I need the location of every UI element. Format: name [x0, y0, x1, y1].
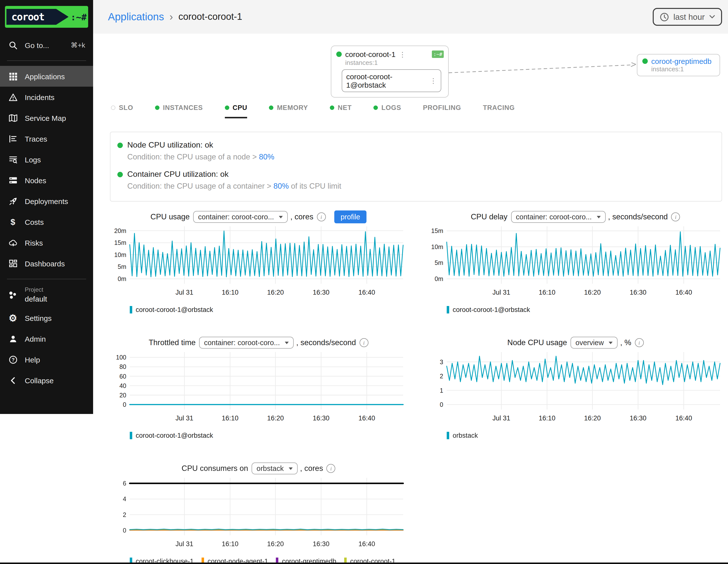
svg-text:20m: 20m — [114, 227, 126, 234]
legend-item[interactable]: coroot-coroot-1@orbstack — [447, 306, 530, 313]
svg-text:16:30: 16:30 — [313, 540, 330, 548]
caret-down-icon — [609, 341, 613, 344]
caret-down-icon — [285, 341, 289, 344]
info-icon[interactable]: i — [360, 338, 368, 347]
svg-text:16:10: 16:10 — [222, 289, 238, 296]
sidebar-item-label: Settings — [25, 314, 52, 322]
series-coroot-coroot-1@orbstack — [130, 231, 403, 277]
app-card-coroot-greptimedb[interactable]: coroot-greptimedb instances:1 — [637, 54, 720, 76]
sidebar-item-label: Traces — [25, 134, 47, 143]
tab-profiling[interactable]: PROFILING — [423, 104, 461, 118]
legend-item[interactable]: coroot-coroot-1@orbstack — [130, 432, 213, 439]
sidebar-item-label: Logs — [25, 155, 41, 164]
collapse-icon — [8, 376, 18, 385]
sidebar-item-help[interactable]: ?Help — [0, 349, 93, 370]
tab-status-dot — [330, 105, 334, 110]
threshold-link[interactable]: 80% — [273, 182, 289, 190]
svg-text:100: 100 — [116, 354, 126, 361]
legend-item[interactable]: orbstack — [447, 432, 478, 439]
tab-net[interactable]: NET — [330, 104, 352, 118]
kebab-menu-icon[interactable]: ⋮ — [399, 51, 406, 58]
sidebar-item-traces[interactable]: Traces — [0, 128, 93, 149]
tab-slo[interactable]: SLO — [111, 104, 133, 118]
cpu-delay-selector[interactable]: container: coroot-coro... — [511, 211, 605, 223]
sidebar-item-project[interactable]: Project default — [0, 284, 93, 308]
sidebar-item-collapse[interactable]: Collapse — [0, 370, 93, 391]
tab-memory[interactable]: MEMORY — [269, 104, 308, 118]
svg-text:0m: 0m — [118, 275, 126, 282]
info-icon[interactable]: i — [327, 464, 336, 473]
threshold-link[interactable]: 80% — [259, 153, 274, 161]
sidebar-item-applications[interactable]: Applications — [0, 66, 93, 87]
info-icon[interactable]: i — [635, 338, 644, 347]
info-icon[interactable]: i — [671, 212, 680, 221]
cpu-delay-title-row: CPU delaycontainer: coroot-coro..., seco… — [427, 209, 724, 224]
svg-text:10m: 10m — [431, 243, 443, 250]
upstream-name-link[interactable]: coroot-greptimedb — [651, 57, 711, 65]
page: coroot :~# Go to... ⌘+k ApplicationsInci… — [0, 0, 728, 564]
page-bottom-border — [0, 563, 728, 564]
sidebar-item-settings[interactable]: ⚙Settings — [0, 308, 93, 328]
svg-text:16:10: 16:10 — [539, 289, 555, 296]
svg-text:16:30: 16:30 — [313, 289, 330, 296]
sidebar-item-admin[interactable]: Admin — [0, 328, 93, 349]
cpu-consumers-chart: CPU consumers onorbstack, coresi0246Jul … — [110, 461, 407, 564]
node-cpu-usage-title-row: Node CPU usageoverview, %i — [427, 335, 724, 350]
tab-logs[interactable]: LOGS — [373, 104, 401, 118]
throttled-time-selector[interactable]: container: coroot-coro... — [199, 337, 294, 349]
svg-text:Jul 31: Jul 31 — [176, 289, 193, 296]
cpu-usage-selector[interactable]: container: coroot-coro... — [193, 211, 288, 223]
app-name: coroot-coroot-1 — [345, 50, 395, 58]
svg-text:80: 80 — [119, 363, 126, 370]
svg-text:0: 0 — [123, 527, 126, 534]
tab-cpu[interactable]: CPU — [225, 104, 247, 118]
cpu-consumers-selector[interactable]: orbstack — [252, 462, 298, 474]
sidebar-item-logs[interactable]: Logs — [0, 149, 93, 170]
instance-box[interactable]: coroot-coroot-1@orbstack ⋮ — [342, 69, 441, 92]
tab-tracing[interactable]: TRACING — [483, 104, 515, 118]
svg-text:16:40: 16:40 — [675, 289, 692, 296]
chart-title: CPU usage — [151, 212, 190, 221]
sidebar-item-dashboards[interactable]: Dashboards — [0, 253, 93, 274]
sidebar-item-label: Applications — [25, 72, 65, 80]
apps-icon — [8, 72, 18, 81]
sidebar-item-service-map[interactable]: Service Map — [0, 107, 93, 128]
chart-unit-suffix: , seconds/second — [608, 212, 668, 221]
chart-unit-suffix: , % — [620, 338, 631, 347]
sidebar-item-risks[interactable]: Risks — [0, 232, 93, 253]
sidebar-item-deployments[interactable]: Deployments — [0, 191, 93, 211]
sidebar-divider-bottom — [7, 279, 86, 279]
settings-icon: ⚙ — [8, 313, 18, 323]
topbar: Applications › coroot-coroot-1 last hour — [93, 0, 728, 34]
legend-item[interactable]: coroot-coroot-1@orbstack — [130, 306, 213, 313]
tab-status-dot — [155, 105, 159, 110]
sidebar-footer-nav: ⚙SettingsAdmin?HelpCollapse — [0, 308, 93, 391]
sidebar-item-nodes[interactable]: Nodes — [0, 170, 93, 191]
app-card-coroot-coroot-1[interactable]: coroot-coroot-1 ⋮ :~# instances:1 coroot… — [331, 46, 449, 98]
svg-text:16:20: 16:20 — [267, 414, 284, 422]
chart-title: Node CPU usage — [507, 338, 567, 347]
svg-text:15m: 15m — [431, 227, 443, 234]
svg-text:40: 40 — [119, 382, 126, 389]
info-icon[interactable]: i — [317, 212, 326, 221]
logo-text: coroot — [11, 11, 44, 23]
time-range-button[interactable]: last hour — [652, 8, 722, 26]
coroot-logo[interactable]: coroot :~# — [5, 6, 88, 28]
selector-value: orbstack — [257, 464, 284, 472]
check-title: Container CPU utilization: ok — [127, 170, 229, 179]
series-coroot-clickhouse-1 — [130, 529, 403, 530]
breadcrumb-applications-link[interactable]: Applications — [108, 11, 164, 23]
node-cpu-usage-selector[interactable]: overview — [571, 337, 618, 349]
svg-text:1: 1 — [440, 387, 443, 394]
sidebar-item-incidents[interactable]: Incidents — [0, 87, 93, 107]
svg-text:16:30: 16:30 — [630, 414, 647, 422]
sidebar-item-costs[interactable]: $Costs — [0, 211, 93, 232]
sidebar-item-label: Admin — [25, 334, 46, 343]
series-coroot-coroot-1@orbstack — [447, 232, 720, 276]
kebab-menu-icon[interactable]: ⋮ — [430, 77, 437, 84]
goto-search[interactable]: Go to... ⌘+k — [0, 35, 93, 55]
check-condition: Condition: the CPU usage of a node > 80% — [127, 153, 714, 161]
tab-instances[interactable]: INSTANCES — [155, 104, 203, 118]
chevron-down-icon — [709, 15, 715, 19]
profile-button[interactable]: profile — [334, 210, 366, 223]
